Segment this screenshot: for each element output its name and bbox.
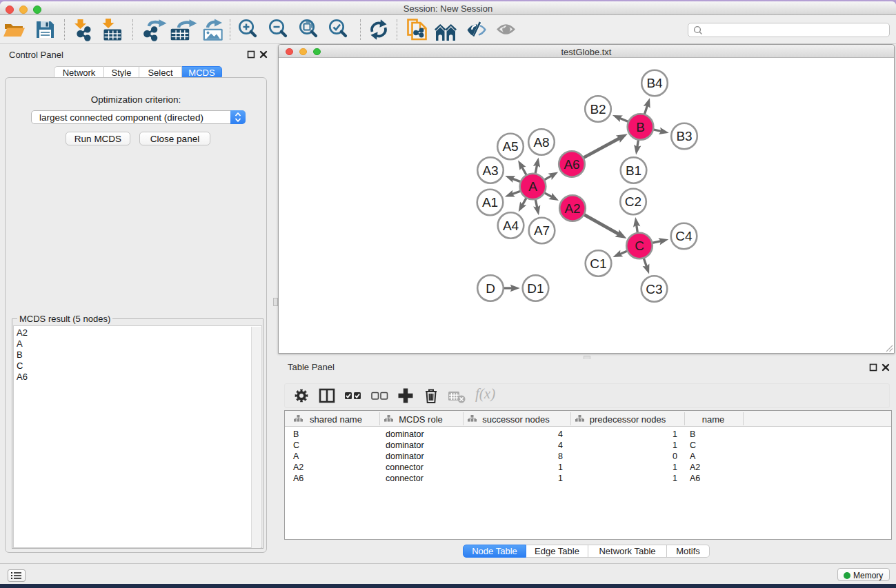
svg-text:C3: C3	[646, 282, 662, 296]
svg-text:B4: B4	[646, 76, 663, 90]
svg-text:D: D	[486, 281, 495, 296]
svg-text:A8: A8	[533, 135, 549, 150]
svg-text:C: C	[635, 239, 644, 253]
svg-text:A7: A7	[534, 223, 550, 238]
svg-text:B3: B3	[676, 129, 692, 143]
svg-text:B1: B1	[626, 163, 641, 178]
svg-text:A1: A1	[482, 195, 498, 210]
svg-text:D1: D1	[527, 281, 544, 296]
svg-text:B: B	[636, 120, 645, 134]
svg-text:A2: A2	[564, 201, 580, 216]
svg-text:A4: A4	[503, 219, 519, 233]
svg-text:B2: B2	[590, 102, 606, 116]
svg-text:A6: A6	[564, 157, 579, 172]
svg-text:A5: A5	[502, 139, 518, 154]
svg-text:C2: C2	[625, 194, 641, 209]
svg-text:C4: C4	[675, 229, 693, 243]
svg-text:A: A	[528, 179, 537, 194]
svg-text:A3: A3	[482, 163, 498, 178]
svg-text:C1: C1	[590, 256, 606, 271]
